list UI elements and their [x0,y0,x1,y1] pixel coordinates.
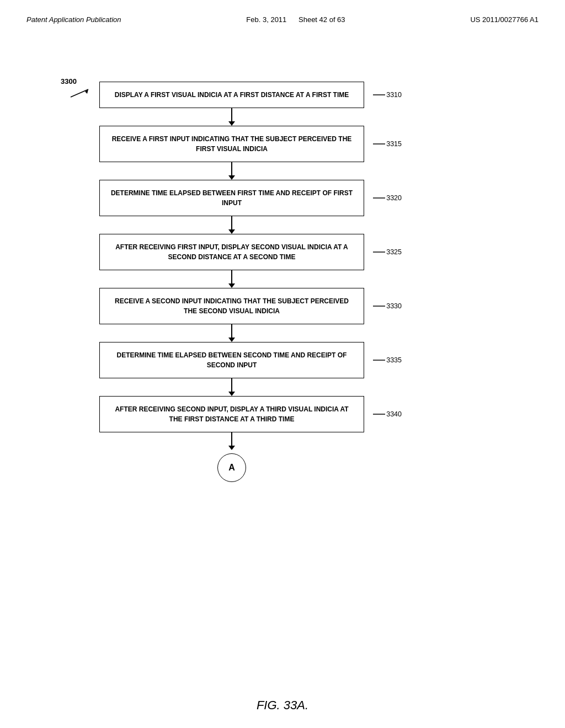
arrow-2 [231,162,232,175]
step-3310-label: 3310 [373,91,402,99]
arrowhead-2 [228,175,235,180]
arrowhead-1 [228,121,235,126]
step-3315-box: RECEIVE A FIRST INPUT INDICATING THAT TH… [99,126,364,162]
step-3320-label: 3320 [373,194,402,202]
step-3330-label: 3330 [373,302,402,310]
step-3315-label: 3315 [373,140,402,148]
step-3320-row: DETERMINE TIME ELAPSED BETWEEN FIRST TIM… [99,180,364,216]
page-header: Patent Application Publication Feb. 3, 2… [0,0,565,24]
header-date-sheet: Feb. 3, 2011 Sheet 42 of 63 [246,15,345,24]
arrowhead-7 [228,446,235,450]
arrowhead-3 [228,229,235,234]
arrow-5 [231,324,232,338]
header-publication: Patent Application Publication [26,15,121,24]
step-3325-row: AFTER RECEIVING FIRST INPUT, DISPLAY SEC… [99,234,364,270]
step-3310-row: DISPLAY A FIRST VISUAL INDICIA AT A FIRS… [99,82,364,108]
arrow-7 [231,432,232,446]
arrow-4 [231,270,232,283]
diagram-area: 3300 DISPLAY A FIRST VISUAL INDICIA AT A… [33,72,532,695]
step-3340-box: AFTER RECEIVING SECOND INPUT, DISPLAY A … [99,396,364,432]
step-3325-box: AFTER RECEIVING FIRST INPUT, DISPLAY SEC… [99,234,364,270]
step-3330-row: RECEIVE A SECOND INPUT INDICATING THAT T… [99,288,364,324]
step-3340-label: 3340 [373,410,402,418]
step-3325-label: 3325 [373,248,402,256]
arrowhead-5 [228,338,235,342]
arrowhead-4 [228,283,235,288]
arrowhead-6 [228,392,235,396]
terminal-circle-a: A [217,453,246,482]
arrow-6 [231,378,232,392]
step-3335-box: DETERMINE TIME ELAPSED BETWEEN SECOND TI… [99,342,364,378]
svg-line-0 [71,89,88,97]
header-date: Feb. 3, 2011 [246,15,286,24]
arrow-1 [231,108,232,121]
step-3315-row: RECEIVE A FIRST INPUT INDICATING THAT TH… [99,126,364,162]
step-3335-label: 3335 [373,356,402,364]
step-3310-box: DISPLAY A FIRST VISUAL INDICIA AT A FIRS… [99,82,364,108]
figure-caption: FIG. 33A. [0,698,565,713]
step-3330-box: RECEIVE A SECOND INPUT INDICATING THAT T… [99,288,364,324]
step-3320-box: DETERMINE TIME ELAPSED BETWEEN FIRST TIM… [99,180,364,216]
step-3335-row: DETERMINE TIME ELAPSED BETWEEN SECOND TI… [99,342,364,378]
arrow-3 [231,216,232,229]
step-3340-row: AFTER RECEIVING SECOND INPUT, DISPLAY A … [99,396,364,432]
flow-column: DISPLAY A FIRST VISUAL INDICIA AT A FIRS… [99,82,364,482]
flow-start-label: 3300 [61,77,77,85]
header-patent-number: US 2011/0027766 A1 [470,15,539,24]
start-connector [71,87,98,98]
header-sheet: Sheet 42 of 63 [299,15,345,24]
